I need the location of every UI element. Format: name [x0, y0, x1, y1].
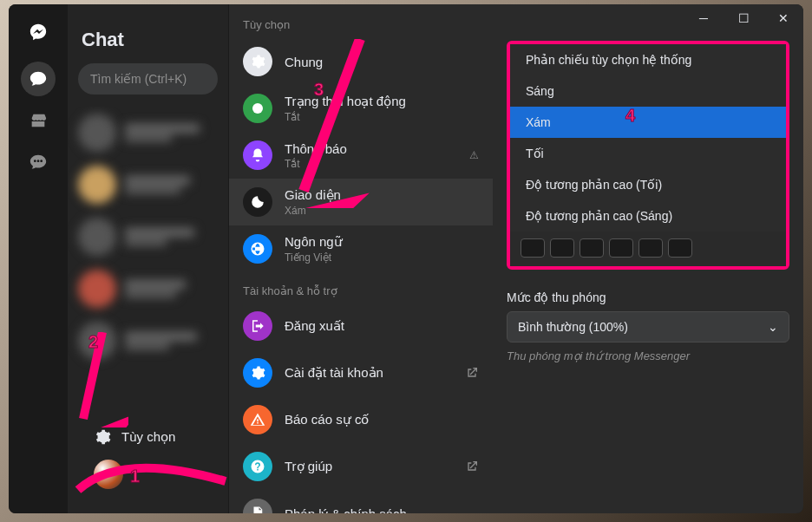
- chat-item[interactable]: [68, 211, 228, 263]
- doc-icon: [243, 499, 272, 513]
- theme-option[interactable]: Tối: [510, 138, 786, 169]
- theme-option[interactable]: Sáng: [510, 75, 786, 107]
- theme-option[interactable]: Độ tương phản cao (Sáng): [510, 200, 786, 232]
- external-link-icon: [465, 460, 479, 473]
- rail-chat-icon[interactable]: [21, 62, 56, 96]
- option-label: Giao diện: [285, 187, 341, 203]
- option-label: Pháp lý & chính sách: [285, 506, 407, 514]
- help-icon: [243, 452, 272, 481]
- theme-option[interactable]: Phản chiếu tùy chọn hệ thống: [510, 44, 786, 75]
- option-item-gear[interactable]: Chung: [229, 38, 493, 85]
- logout-icon: [243, 311, 272, 341]
- chat-item[interactable]: [68, 159, 228, 211]
- theme-swatch[interactable]: [638, 238, 663, 258]
- theme-swatch[interactable]: [609, 238, 633, 258]
- zoom-label: Mức độ thu phóng: [507, 290, 789, 304]
- theme-dropdown: Phản chiếu tùy chọn hệ thốngSángXámTốiĐộ…: [507, 41, 789, 270]
- option-sublabel: Tắt: [285, 158, 347, 170]
- zoom-select[interactable]: Bình thường (100%) ⌄: [507, 311, 789, 343]
- option-label: Trạng thái hoạt động: [285, 94, 406, 109]
- annotation-number-2: 2: [88, 332, 98, 352]
- app-window: Chat Tìm kiếm (Ctrl+K) Tùy chọn Tùy chọn…: [9, 4, 803, 513]
- bell-icon: [243, 140, 272, 170]
- options-title: Tùy chọn: [229, 11, 493, 38]
- window-controls: ─ ☐ ✕: [684, 4, 803, 32]
- option-item-status[interactable]: Trạng thái hoạt độngTắt: [229, 85, 493, 132]
- theme-option[interactable]: Độ tương phản cao (Tối): [510, 169, 786, 200]
- theme-swatch[interactable]: [521, 238, 545, 258]
- option-label: Thông báo: [285, 141, 347, 156]
- gear-icon: [243, 47, 272, 76]
- alert-icon: [243, 405, 272, 434]
- chevron-down-icon: ⌄: [768, 320, 778, 334]
- theme-option[interactable]: Xám: [510, 107, 786, 138]
- preferences-button[interactable]: Tùy chọn: [94, 428, 175, 446]
- minimize-button[interactable]: ─: [684, 4, 724, 32]
- annotation-number-4: 4: [625, 106, 635, 126]
- options-panel: Tùy chọn ChungTrạng thái hoạt độngTắtThô…: [228, 4, 493, 513]
- section-account-support: Tài khoản & hỗ trợ: [229, 272, 493, 303]
- rail-requests-icon[interactable]: [21, 145, 56, 179]
- globe-icon: [243, 234, 272, 264]
- gear-icon: [243, 358, 272, 388]
- theme-swatch[interactable]: [668, 238, 692, 258]
- zoom-hint: Thu phóng mọi thứ trong Messenger: [507, 349, 789, 362]
- maximize-button[interactable]: ☐: [724, 4, 763, 32]
- sidebar-title: Chat: [68, 29, 228, 63]
- option-item-doc[interactable]: Pháp lý & chính sách: [229, 490, 493, 513]
- right-panel: ─ ☐ ✕ Phản chiếu tùy chọn hệ thốngSángXá…: [493, 4, 803, 513]
- svg-point-0: [252, 103, 263, 114]
- search-input[interactable]: Tìm kiếm (Ctrl+K): [78, 63, 218, 95]
- option-item-gear[interactable]: Cài đặt tài khoản: [229, 349, 493, 396]
- option-item-logout[interactable]: Đăng xuất: [229, 303, 493, 349]
- option-label: Đăng xuất: [285, 318, 344, 334]
- annotation-number-3: 3: [314, 80, 324, 100]
- user-avatar[interactable]: [94, 460, 123, 489]
- option-sublabel: Xám: [285, 205, 341, 217]
- chat-item[interactable]: [68, 263, 228, 315]
- option-item-bell[interactable]: Thông báoTắt⚠: [229, 132, 493, 179]
- annotation-number-1: 1: [130, 467, 140, 486]
- moon-icon: [243, 187, 272, 217]
- chat-sidebar: Chat Tìm kiếm (Ctrl+K) Tùy chọn: [68, 4, 228, 513]
- option-item-globe[interactable]: Ngôn ngữTiếng Việt: [229, 225, 493, 272]
- option-label: Cài đặt tài khoản: [285, 365, 383, 381]
- rail-marketplace-icon[interactable]: [21, 103, 56, 138]
- theme-swatch[interactable]: [580, 238, 604, 258]
- close-button[interactable]: ✕: [763, 4, 803, 32]
- option-label: Báo cáo sự cố: [285, 412, 369, 427]
- option-label: Ngôn ngữ: [285, 234, 343, 250]
- option-item-alert[interactable]: Báo cáo sự cố: [229, 396, 493, 443]
- chat-list: [68, 107, 228, 513]
- external-link-icon: [465, 366, 479, 380]
- chat-item[interactable]: [68, 107, 228, 159]
- theme-swatch[interactable]: [550, 238, 574, 258]
- option-item-help[interactable]: Trợ giúp: [229, 443, 493, 490]
- gear-icon: [94, 428, 111, 446]
- option-sublabel: Tắt: [285, 111, 406, 123]
- option-label: Trợ giúp: [285, 459, 332, 474]
- theme-swatches: [510, 232, 786, 266]
- status-icon: [243, 94, 272, 123]
- option-label: Chung: [285, 55, 323, 69]
- option-sublabel: Tiếng Việt: [285, 251, 343, 264]
- warning-icon: ⚠: [469, 149, 479, 161]
- messenger-logo[interactable]: [21, 15, 56, 49]
- nav-rail: [9, 4, 68, 513]
- option-item-moon[interactable]: Giao diệnXám: [229, 179, 493, 225]
